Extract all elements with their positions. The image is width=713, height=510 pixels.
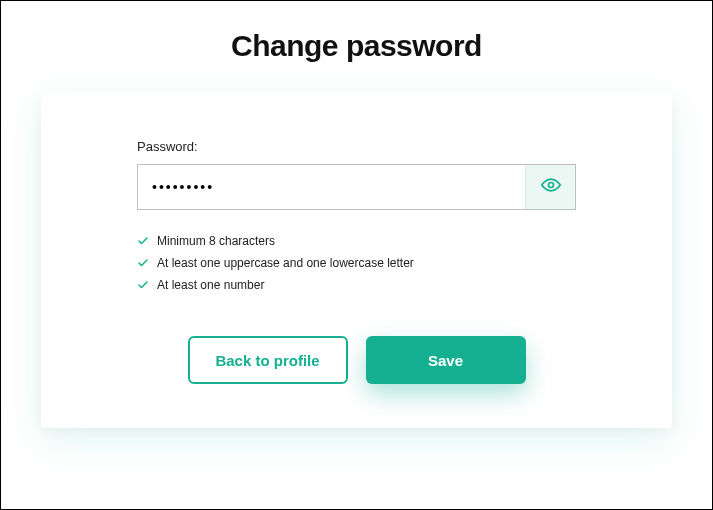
page-title: Change password	[41, 29, 672, 63]
toggle-password-visibility[interactable]	[525, 165, 575, 209]
svg-point-0	[548, 183, 553, 188]
password-rule: At least one uppercase and one lowercase…	[137, 256, 576, 270]
check-icon	[137, 279, 149, 291]
password-rule-text: Minimum 8 characters	[157, 234, 275, 248]
password-input[interactable]	[138, 165, 525, 209]
password-rule: At least one number	[137, 278, 576, 292]
password-label: Password:	[137, 139, 576, 154]
check-icon	[137, 257, 149, 269]
password-rule-text: At least one uppercase and one lowercase…	[157, 256, 414, 270]
check-icon	[137, 235, 149, 247]
back-to-profile-button[interactable]: Back to profile	[188, 336, 348, 384]
eye-icon	[541, 175, 561, 199]
password-card: Password: Minimum 8 characters	[41, 91, 672, 428]
password-rules: Minimum 8 characters At least one upperc…	[137, 234, 576, 292]
actions-row: Back to profile Save	[137, 336, 576, 384]
change-password-page: Change password Password: Minimum 8 char…	[1, 1, 712, 456]
password-input-wrap	[137, 164, 576, 210]
password-rule-text: At least one number	[157, 278, 264, 292]
password-rule: Minimum 8 characters	[137, 234, 576, 248]
save-button[interactable]: Save	[366, 336, 526, 384]
